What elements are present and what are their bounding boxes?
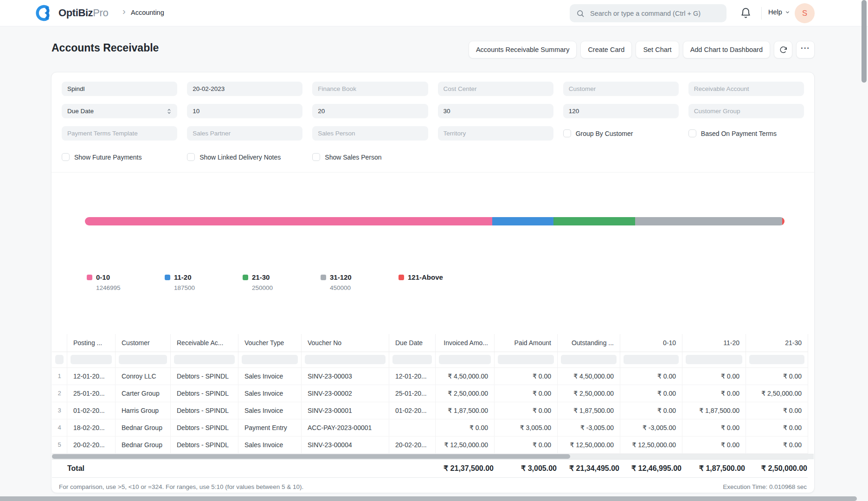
column-filter-range-0-10[interactable] (624, 355, 679, 364)
column-header-range-11-20[interactable]: 11-20 (682, 334, 746, 352)
checkbox-icon[interactable] (688, 129, 696, 137)
column-filter-receivable-account[interactable] (174, 355, 235, 364)
column-filter-customer[interactable] (119, 355, 167, 364)
table-row: 225-01-20...Carter GroupDebtors - SPINDL… (52, 385, 808, 402)
show-future-payments-checkbox[interactable]: Show Future Payments (62, 153, 177, 161)
group-by-customer-checkbox[interactable]: Group By Customer (563, 129, 679, 137)
scrollbar-thumb[interactable] (52, 454, 570, 459)
cell-customer: Carter Group (116, 385, 171, 402)
navbar: OptiBizPro › Accounting Help S (0, 0, 868, 26)
column-header-receivable-account[interactable]: Receivable Ac... (171, 334, 238, 352)
territory-filter[interactable] (438, 126, 553, 141)
cell-voucher-type: Sales Invoice (238, 367, 302, 385)
column-filter-posting-date[interactable] (71, 355, 112, 364)
column-filter-range-21-30[interactable] (749, 355, 804, 364)
refresh-button[interactable] (774, 41, 792, 58)
range4-filter[interactable] (563, 104, 679, 118)
column-filter-range-11-20[interactable] (686, 355, 742, 364)
legend-swatch-icon (399, 275, 404, 280)
column-header-customer[interactable]: Customer (116, 334, 171, 352)
show-sales-person-checkbox[interactable]: Show Sales Person (312, 153, 428, 161)
more-options-button[interactable]: ··· (796, 41, 815, 58)
range2-filter[interactable] (312, 104, 428, 118)
avatar[interactable]: S (795, 3, 815, 23)
checkbox-icon[interactable] (62, 153, 70, 161)
cell-receivable-account: Debtors - SPINDL (171, 367, 238, 385)
cell-range-21-30: ₹ 0.00 (746, 367, 808, 385)
checkbox-label: Show Linked Delivery Notes (199, 154, 281, 161)
cell-due-date: 25-01-20... (389, 385, 436, 402)
table-row: 418-02-20...Bednar GroupDebtors - SPINDL… (52, 419, 808, 436)
cell-range-21-30: ₹ 2,50,000.00 (746, 385, 808, 402)
column-header-voucher-no[interactable]: Voucher No (302, 334, 389, 352)
column-filter-row-index[interactable] (55, 355, 64, 364)
vertical-scrollbar-thumb[interactable] (862, 0, 867, 83)
horizontal-page-scrollbar[interactable] (0, 496, 857, 501)
table-horizontal-scrollbar[interactable] (52, 454, 814, 459)
column-filter-paid-amount[interactable] (498, 355, 554, 364)
cost-center-filter[interactable] (438, 82, 553, 96)
accounts-receivable-summary-button[interactable]: Accounts Receivable Summary (469, 41, 577, 58)
cell-voucher-type: Sales Invoice (238, 385, 302, 402)
finance-book-filter[interactable] (312, 82, 428, 96)
column-filter-invoiced-amount[interactable] (439, 355, 491, 364)
set-chart-button[interactable]: Set Chart (636, 41, 679, 58)
customer-group-filter[interactable] (688, 104, 804, 118)
help-menu[interactable]: Help (768, 8, 790, 16)
search-input[interactable] (589, 9, 720, 18)
cell-posting-date: 25-01-20... (67, 385, 116, 402)
column-header-range-0-10[interactable]: 0-10 (620, 334, 682, 352)
column-header-paid-amount[interactable]: Paid Amount (495, 334, 558, 352)
payment-terms-template-filter[interactable] (62, 126, 177, 141)
nav-divider (761, 7, 762, 19)
cell-customer: Bednar Group (116, 419, 171, 436)
range3-filter[interactable] (438, 104, 553, 118)
add-chart-to-dashboard-button[interactable]: Add Chart to Dashboard (683, 41, 770, 58)
checkbox-icon[interactable] (563, 129, 571, 137)
search-icon (576, 9, 585, 18)
ageing-based-on-select[interactable]: Due Date (62, 104, 177, 118)
page-actions: Accounts Receivable Summary Create Card … (469, 41, 815, 58)
ageing-stacked-bar (85, 217, 784, 225)
column-header-due-date[interactable]: Due Date (389, 334, 436, 352)
cell-customer: Bednar Group (116, 436, 171, 453)
brand-home-link[interactable]: OptiBizPro (35, 4, 108, 22)
column-header-posting-date[interactable]: Posting ... (67, 334, 116, 352)
column-filter-outstanding-amount[interactable] (561, 355, 617, 364)
column-header-row-index[interactable] (52, 334, 67, 352)
column-header-range-21-30[interactable]: 21-30 (746, 334, 808, 352)
breadcrumb[interactable]: Accounting (131, 9, 164, 16)
row-index: 1 (52, 367, 67, 385)
checkbox-icon[interactable] (312, 153, 320, 161)
column-header-outstanding-amount[interactable]: Outstanding ... (558, 334, 620, 352)
report-date-filter[interactable] (187, 82, 302, 96)
cell-range-0-10: ₹ 0.00 (620, 385, 682, 402)
column-filter-voucher-no[interactable] (305, 355, 386, 364)
sales-person-filter[interactable] (312, 126, 428, 141)
table-filter-row (52, 352, 808, 367)
customer-filter[interactable] (563, 82, 679, 96)
notifications-bell-icon[interactable] (740, 7, 752, 21)
chevron-down-icon (785, 10, 790, 15)
range1-filter[interactable] (187, 104, 302, 118)
show-linked-delivery-notes-checkbox[interactable]: Show Linked Delivery Notes (187, 153, 302, 161)
legend-label: 21-30 (252, 273, 270, 281)
sales-partner-filter[interactable] (187, 126, 302, 141)
legend-value: 1246995 (96, 284, 165, 291)
column-filter-due-date[interactable] (392, 355, 432, 364)
column-header-voucher-type[interactable]: Voucher Type (238, 334, 302, 352)
cell-invoiced-amount: ₹ 0.00 (436, 419, 495, 436)
legend-swatch-icon (243, 275, 248, 280)
checkbox-icon[interactable] (187, 153, 195, 161)
receivable-account-filter[interactable] (688, 82, 804, 96)
global-search[interactable] (570, 4, 727, 22)
select-chevron-icon (167, 108, 172, 115)
column-filter-voucher-type[interactable] (242, 355, 298, 364)
cell-range-21-30: ₹ 0.00 (746, 436, 808, 453)
column-header-invoiced-amount[interactable]: Invoiced Amo... (436, 334, 495, 352)
company-filter[interactable] (62, 82, 177, 96)
cell-voucher-type: Sales Invoice (238, 402, 302, 419)
based-on-payment-terms-checkbox[interactable]: Based On Payment Terms (688, 129, 804, 137)
legend-item: 121-Above (399, 273, 476, 291)
create-card-button[interactable]: Create Card (580, 41, 632, 58)
